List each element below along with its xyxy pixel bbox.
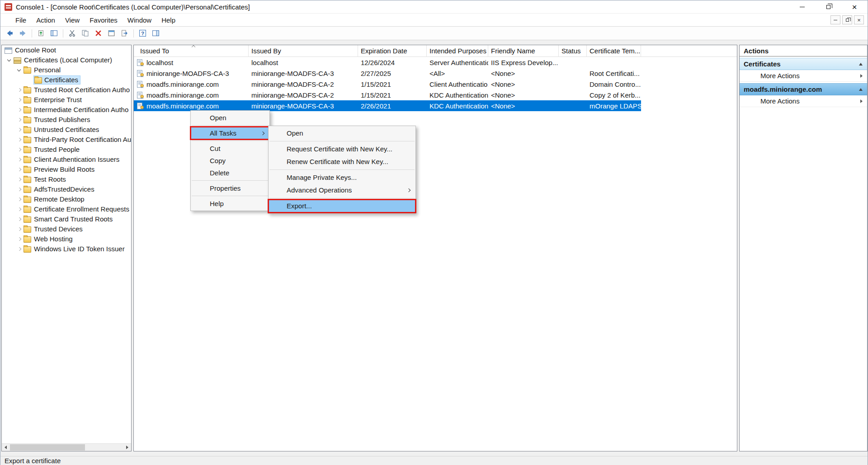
more-actions-certificates[interactable]: More Actions (740, 70, 867, 82)
scroll-right-icon[interactable] (123, 444, 131, 451)
restore-button[interactable] (815, 0, 841, 14)
mdi-minimize-button[interactable] (830, 15, 840, 24)
tree-item-trusted-devices[interactable]: Trusted Devices (2, 224, 131, 234)
collapse-section-icon[interactable] (859, 63, 863, 66)
chevron-right-icon[interactable] (15, 185, 24, 193)
cut-button[interactable] (66, 28, 79, 39)
column-header-certificate-template[interactable]: Certificate Tem... (587, 45, 641, 56)
more-actions-moadfs[interactable]: More Actions (740, 95, 867, 107)
tree-item-preview-build-roots[interactable]: Preview Build Roots (2, 164, 131, 174)
tree-item-test-roots[interactable]: Test Roots (2, 174, 131, 184)
chevron-down-icon[interactable] (5, 56, 14, 64)
export-list-icon (121, 29, 128, 37)
column-header-issued-to[interactable]: Issued To (136, 45, 249, 56)
submenu-renew-certificate-new-key[interactable]: Renew Certificate with New Key... (269, 155, 415, 168)
properties-button[interactable] (105, 28, 118, 39)
delete-button[interactable] (92, 28, 105, 39)
chevron-right-icon[interactable] (15, 175, 24, 183)
submenu-manage-private-keys[interactable]: Manage Private Keys... (269, 171, 415, 184)
context-menu-all-tasks[interactable]: All Tasks (191, 127, 269, 139)
context-menu-delete[interactable]: Delete (191, 167, 269, 179)
context-menu-cut[interactable]: Cut (191, 142, 269, 155)
chevron-right-icon[interactable] (15, 235, 24, 243)
menu-view[interactable]: View (60, 14, 85, 27)
tree-item-trusted-publishers[interactable]: Trusted Publishers (2, 115, 131, 125)
chevron-right-icon[interactable] (15, 195, 24, 203)
column-header-expiration-date[interactable]: Expiration Date (358, 45, 427, 56)
scroll-left-icon[interactable] (2, 444, 9, 451)
certificate-row-moadfs-domain[interactable]: moadfs.miniorange.com miniorange-MOADFS-… (134, 79, 641, 89)
copy-button[interactable] (79, 28, 92, 39)
chevron-right-icon[interactable] (15, 215, 24, 223)
tree-item-certificates-selected[interactable]: Certificates (2, 75, 131, 85)
menu-help[interactable]: Help (156, 14, 180, 27)
chevron-right-icon[interactable] (15, 86, 24, 94)
actions-section-certificates[interactable]: Certificates (740, 58, 867, 70)
column-header-status[interactable]: Status (559, 45, 587, 56)
certificate-row-ca3-root[interactable]: miniorange-MOADFS-CA-3 miniorange-MOADFS… (134, 68, 641, 79)
submenu-export[interactable]: Export... (269, 200, 415, 212)
tree-item-smart-card-trusted-roots[interactable]: Smart Card Trusted Roots (2, 214, 131, 224)
tree-item-certificate-enrollment-requests[interactable]: Certificate Enrollment Requests (2, 204, 131, 214)
menu-window[interactable]: Window (123, 14, 156, 27)
chevron-right-icon[interactable] (15, 205, 24, 213)
tree-item-client-authentication-issuers[interactable]: Client Authentication Issuers (2, 155, 131, 164)
certificate-row-moadfs-kerb[interactable]: moadfs.miniorange.com miniorange-MOADFS-… (134, 89, 641, 100)
export-list-button[interactable] (118, 28, 131, 39)
menu-action[interactable]: Action (31, 14, 60, 27)
chevron-right-icon[interactable] (15, 165, 24, 174)
tree-item-web-hosting[interactable]: Web Hosting (2, 234, 131, 244)
tree-item-console-root[interactable]: Console Root (2, 45, 131, 55)
show-action-pane-button[interactable] (149, 28, 162, 39)
submenu-advanced-operations[interactable]: Advanced Operations (269, 184, 415, 197)
context-menu-copy[interactable]: Copy (191, 155, 269, 167)
column-header-intended-purposes[interactable]: Intended Purposes (427, 45, 488, 56)
mdi-close-button[interactable]: × (854, 15, 864, 24)
tree-item-remote-desktop[interactable]: Remote Desktop (2, 194, 131, 204)
context-menu-properties[interactable]: Properties (191, 182, 269, 194)
chevron-right-icon[interactable] (15, 225, 24, 233)
tree-item-third-party-root-certification-authorities[interactable]: Third-Party Root Certification Au (2, 135, 131, 145)
menu-file[interactable]: File (10, 14, 31, 27)
menu-separator (269, 198, 415, 198)
chevron-right-icon[interactable] (15, 146, 24, 154)
certificate-row-moadfs-ldaps-selected[interactable]: moadfs.miniorange.com miniorange-MOADFS-… (134, 100, 641, 111)
up-one-level-button[interactable] (34, 28, 47, 39)
chevron-down-icon[interactable] (15, 66, 24, 74)
minimize-button[interactable] (789, 0, 815, 14)
chevron-right-icon[interactable] (15, 116, 24, 124)
chevron-right-icon[interactable] (15, 126, 24, 134)
actions-section-moadfs-miniorange-com[interactable]: moadfs.miniorange.com (740, 83, 867, 95)
forward-button[interactable] (16, 28, 29, 39)
tree-item-trusted-root-certification-authorities[interactable]: Trusted Root Certification Autho (2, 85, 131, 95)
chevron-right-icon[interactable] (15, 245, 24, 253)
collapse-section-icon[interactable] (859, 88, 863, 91)
tree-item-trusted-people[interactable]: Trusted People (2, 145, 131, 155)
column-header-friendly-name[interactable]: Friendly Name (488, 45, 559, 56)
mdi-restore-button[interactable] (842, 15, 852, 24)
chevron-right-icon[interactable] (15, 155, 24, 164)
tree-item-certificates-local-computer[interactable]: Certificates (Local Computer) (2, 55, 131, 65)
help-button[interactable]: ? (136, 28, 149, 39)
show-console-tree-button[interactable] (47, 28, 61, 39)
chevron-right-icon[interactable] (15, 106, 24, 114)
tree-item-intermediate-certification-authorities[interactable]: Intermediate Certification Autho (2, 105, 131, 115)
context-menu-help[interactable]: Help (191, 197, 269, 210)
tree-item-untrusted-certificates[interactable]: Untrusted Certificates (2, 125, 131, 135)
column-header-issued-by[interactable]: Issued By (249, 45, 358, 56)
close-button[interactable]: × (841, 0, 868, 14)
certificate-row-localhost[interactable]: localhost localhost 12/26/2024 Server Au… (134, 57, 641, 68)
submenu-request-certificate-new-key[interactable]: Request Certificate with New Key... (269, 143, 415, 155)
tree-item-adfstrusteddevices[interactable]: AdfsTrustedDevices (2, 184, 131, 194)
submenu-open[interactable]: Open (269, 127, 415, 140)
chevron-right-icon[interactable] (15, 136, 24, 144)
tree-item-personal[interactable]: Personal (2, 65, 131, 75)
context-menu-open[interactable]: Open (191, 112, 269, 124)
back-button[interactable] (3, 28, 16, 39)
chevron-right-icon[interactable] (15, 96, 24, 104)
tree-item-windows-live-id-token-issuer[interactable]: Windows Live ID Token Issuer (2, 244, 131, 254)
scrollbar-thumb[interactable] (10, 444, 85, 451)
tree-item-enterprise-trust[interactable]: Enterprise Trust (2, 95, 131, 105)
menu-favorites[interactable]: Favorites (85, 14, 123, 27)
tree-horizontal-scrollbar[interactable] (2, 443, 131, 451)
